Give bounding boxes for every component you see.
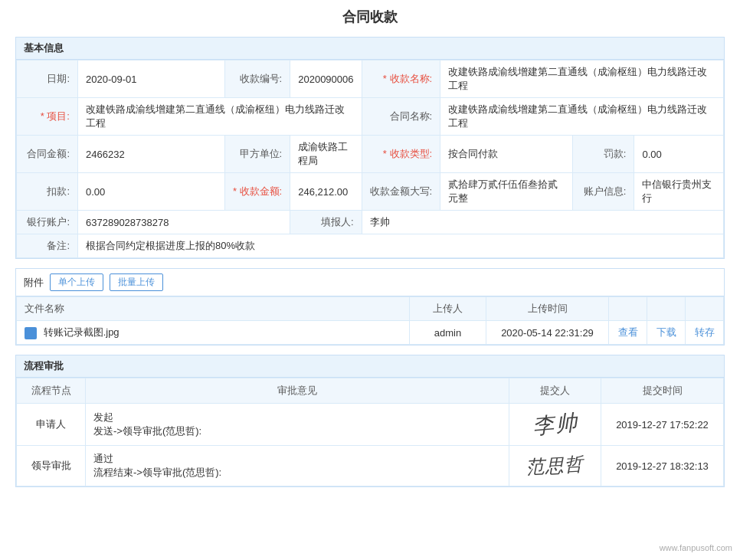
reporter-label: 填报人: bbox=[290, 211, 362, 234]
save-button[interactable]: 转存 bbox=[695, 326, 715, 339]
upload-time-header: 上传时间 bbox=[486, 297, 609, 321]
receipt-no-label: 收款编号: bbox=[224, 61, 290, 98]
penalty-value: 0.00 bbox=[634, 136, 724, 173]
workflow-submitter: 范思哲 bbox=[509, 446, 601, 486]
party-a-value: 成渝铁路工程局 bbox=[290, 136, 362, 173]
date-value: 2020-09-01 bbox=[78, 61, 225, 98]
opinion-header: 审批意见 bbox=[86, 378, 509, 404]
attachment-label: 附件 bbox=[24, 276, 44, 290]
submitter-header: 提交人 bbox=[509, 378, 601, 404]
basic-info-header: 基本信息 bbox=[16, 38, 724, 60]
contract-name-label: 合同名称: bbox=[362, 98, 440, 136]
receipt-type-value: 按合同付款 bbox=[440, 136, 573, 173]
attachment-upload-time: 2020-05-14 22:31:29 bbox=[486, 321, 609, 345]
attachment-uploader: admin bbox=[410, 321, 486, 345]
workflow-row: 申请人 发起 发送->领导审批(范思哲): 李帅 2019-12-27 17:5… bbox=[17, 404, 724, 446]
view-button[interactable]: 查看 bbox=[618, 326, 638, 339]
filename-header: 文件名称 bbox=[17, 297, 410, 321]
penalty-label: 罚款: bbox=[573, 136, 634, 173]
receipt-no-value: 2020090006 bbox=[290, 61, 362, 98]
bank-account-value: 637289028738278 bbox=[78, 211, 290, 234]
attachment-filename: 转账记录截图.jpg bbox=[17, 321, 410, 345]
workflow-row: 领导审批 通过 流程结束->领导审批(范思哲): 范思哲 2019-12-27 … bbox=[17, 446, 724, 486]
remarks-label: 备注: bbox=[17, 234, 78, 258]
account-info-label: 账户信息: bbox=[573, 173, 634, 211]
basic-info-table: 日期: 2020-09-01 收款编号: 2020090006 * 收款名称: … bbox=[16, 60, 724, 258]
receipt-amount-value: 246,212.00 bbox=[290, 173, 362, 211]
workflow-section: 流程审批 流程节点 审批意见 提交人 提交时间 申请人 发起 发送->领导审批(… bbox=[15, 355, 725, 487]
signature-1: 李帅 bbox=[531, 408, 579, 440]
amount-chinese-label: 收款金额大写: bbox=[362, 173, 440, 211]
batch-upload-button[interactable]: 批量上传 bbox=[110, 273, 163, 291]
workflow-opinion: 发起 发送->领导审批(范思哲): bbox=[86, 404, 509, 446]
basic-info-section: 基本信息 日期: 2020-09-01 收款编号: 2020090006 * 收… bbox=[15, 37, 725, 259]
page-title: 合同收款 bbox=[15, 8, 725, 26]
project-value: 改建铁路成渝线增建第二直通线（成渝枢纽）电力线路迁改工程 bbox=[78, 98, 362, 136]
attachment-section: 附件 单个上传 批量上传 文件名称 上传人 上传时间 转账记录截图.jpg ad… bbox=[15, 268, 725, 345]
file-icon bbox=[25, 327, 37, 339]
attachment-toolbar: 附件 单个上传 批量上传 bbox=[16, 269, 724, 296]
party-a-label: 甲方单位: bbox=[224, 136, 290, 173]
receipt-amount-label: * 收款金额: bbox=[224, 173, 290, 211]
submit-time-header: 提交时间 bbox=[601, 378, 724, 404]
date-label: 日期: bbox=[17, 61, 78, 98]
single-upload-button[interactable]: 单个上传 bbox=[50, 273, 103, 291]
account-info-value: 中信银行贵州支行 bbox=[634, 173, 724, 211]
workflow-node: 申请人 bbox=[17, 404, 86, 446]
workflow-submit-time: 2019-12-27 17:52:22 bbox=[601, 404, 724, 446]
contract-amount-value: 2466232 bbox=[78, 136, 225, 173]
contract-name-value: 改建铁路成渝线增建第二直通线（成渝枢纽）电力线路迁改工程 bbox=[440, 98, 724, 136]
receipt-name-value: 改建铁路成渝线增建第二直通线（成渝枢纽）电力线路迁改工程 bbox=[440, 61, 724, 98]
workflow-header: 流程审批 bbox=[16, 355, 724, 378]
attachment-table: 文件名称 上传人 上传时间 转账记录截图.jpg admin 2020-05-1… bbox=[16, 296, 724, 345]
download-button[interactable]: 下载 bbox=[657, 326, 676, 339]
deduction-label: 扣款: bbox=[17, 173, 78, 211]
uploader-header: 上传人 bbox=[410, 297, 486, 321]
contract-amount-label: 合同金额: bbox=[17, 136, 78, 173]
deduction-value: 0.00 bbox=[78, 173, 225, 211]
project-label: * 项目: bbox=[17, 98, 78, 136]
receipt-name-label: * 收款名称: bbox=[362, 61, 440, 98]
reporter-value: 李帅 bbox=[362, 211, 723, 234]
signature-2: 范思哲 bbox=[526, 452, 584, 480]
remarks-value: 根据合同约定根据进度上报的80%收款 bbox=[78, 234, 724, 258]
workflow-submitter: 李帅 bbox=[509, 404, 601, 446]
node-header: 流程节点 bbox=[17, 378, 86, 404]
amount-chinese-value: 贰拾肆万贰仟伍佰叁拾贰元整 bbox=[440, 173, 573, 211]
receipt-type-label: * 收款类型: bbox=[362, 136, 440, 173]
workflow-submit-time: 2019-12-27 18:32:13 bbox=[601, 446, 724, 486]
workflow-opinion: 通过 流程结束->领导审批(范思哲): bbox=[86, 446, 509, 486]
workflow-node: 领导审批 bbox=[17, 446, 86, 486]
bank-account-label: 银行账户: bbox=[17, 211, 78, 234]
attachment-row: 转账记录截图.jpg admin 2020-05-14 22:31:29 查看 … bbox=[17, 321, 724, 345]
workflow-table: 流程节点 审批意见 提交人 提交时间 申请人 发起 发送->领导审批(范思哲):… bbox=[16, 378, 724, 486]
